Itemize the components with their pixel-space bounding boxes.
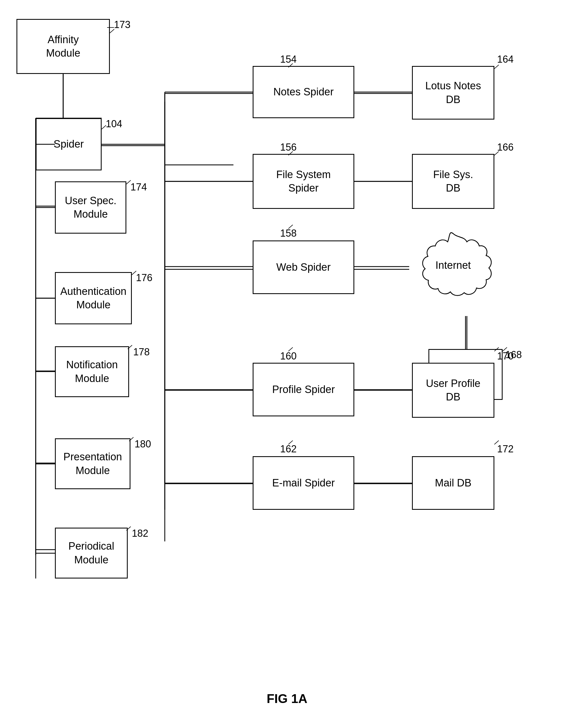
diagram: AffinityModule 173 Spider 104 User Spec.… (0, 0, 574, 728)
email-spider-label: E-mail Spider (272, 476, 335, 490)
user-profile-db-ref: 170 (497, 350, 514, 362)
internet-shape: Internet (409, 228, 497, 316)
periodical-label: PeriodicalModule (68, 539, 114, 567)
svg-line-27 (101, 125, 106, 129)
mail-db-ref: 172 (497, 443, 514, 455)
web-spider-box: Web Spider (253, 240, 354, 294)
notification-box: NotificationModule (55, 346, 129, 397)
svg-text:Internet: Internet (436, 260, 471, 271)
notification-ref: 178 (133, 346, 150, 358)
user-profile-db-box: User ProfileDB (412, 363, 494, 418)
notes-spider-label: Notes Spider (273, 85, 334, 99)
presentation-ref: 180 (134, 438, 151, 450)
web-spider-ref: 158 (280, 228, 297, 239)
spider-label: Spider (53, 138, 84, 151)
presentation-label: PresentationModule (64, 450, 122, 477)
user-spec-label: User Spec.Module (65, 194, 117, 221)
user-spec-ref: 174 (130, 181, 147, 193)
affinity-module-box: AffinityModule (16, 19, 110, 74)
auth-module-box: AuthenticationModule (55, 272, 132, 324)
file-sys-db-box: File Sys.DB (412, 154, 494, 209)
mail-db-box: Mail DB (412, 456, 494, 510)
email-spider-box: E-mail Spider (253, 456, 354, 510)
svg-line-26 (110, 29, 114, 33)
web-spider-label: Web Spider (276, 261, 331, 274)
svg-line-54 (494, 65, 499, 69)
affinity-module-label: AffinityModule (46, 33, 80, 60)
file-system-ref: 156 (280, 142, 297, 153)
periodical-box: PeriodicalModule (55, 528, 128, 578)
file-sys-db-label: File Sys.DB (433, 168, 473, 195)
svg-line-33 (132, 271, 136, 275)
notes-spider-ref: 154 (280, 53, 297, 65)
file-sys-db-ref: 166 (497, 142, 514, 153)
spider-ref: 104 (106, 118, 122, 130)
email-spider-ref: 162 (280, 443, 297, 455)
notes-spider-box: Notes Spider (253, 66, 354, 118)
user-profile-db-label: User ProfileDB (426, 377, 481, 404)
auth-ref: 176 (136, 272, 153, 283)
file-system-spider-label: File SystemSpider (276, 168, 331, 195)
affinity-ref: 173 (114, 19, 130, 31)
lotus-notes-ref: 164 (497, 53, 514, 65)
profile-spider-ref: 160 (280, 350, 297, 362)
notification-label: NotificationModule (66, 358, 118, 385)
figure-label: FIG 1A (267, 691, 307, 706)
lotus-notes-db-box: Lotus NotesDB (412, 66, 494, 120)
presentation-box: PresentationModule (55, 438, 130, 489)
svg-line-31 (126, 180, 131, 184)
mail-db-label: Mail DB (435, 476, 471, 490)
auth-module-label: AuthenticationModule (60, 285, 127, 312)
profile-spider-box: Profile Spider (253, 363, 354, 416)
profile-spider-label: Profile Spider (272, 383, 335, 396)
spider-box: Spider (36, 118, 101, 170)
lotus-notes-db-label: Lotus NotesDB (425, 79, 481, 106)
file-system-spider-box: File SystemSpider (253, 154, 354, 209)
periodical-ref: 182 (132, 528, 148, 539)
user-spec-box: User Spec.Module (55, 181, 126, 234)
